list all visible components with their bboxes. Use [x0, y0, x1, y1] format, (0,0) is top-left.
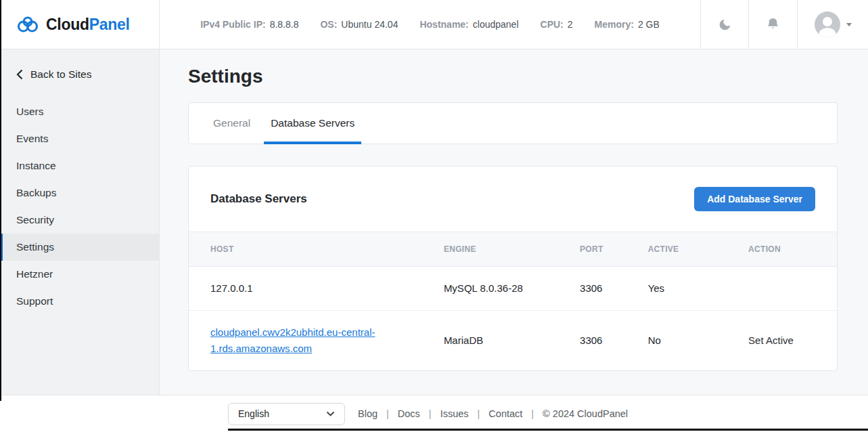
sidebar-item-security[interactable]: Security: [0, 207, 159, 234]
sidebar-item-label: Security: [16, 214, 54, 226]
brand-logo[interactable]: CloudPanel: [0, 0, 160, 49]
sidebar-item-label: Backups: [16, 187, 56, 199]
separator: |: [478, 408, 480, 419]
info-os-label: OS:: [320, 19, 337, 30]
brand-name: CloudPanel: [46, 16, 130, 34]
notifications-button[interactable]: [748, 0, 797, 49]
chevron-down-icon: [846, 23, 852, 26]
database-servers-table: Host Engine Port Active Action 127.0.0.1…: [189, 232, 837, 370]
sidebar-item-label: Settings: [16, 241, 54, 253]
port-cell: 3306: [558, 311, 626, 371]
add-database-server-button[interactable]: Add Database Server: [694, 187, 815, 211]
language-select[interactable]: English: [228, 403, 345, 425]
window-bottom-bar: [228, 429, 868, 431]
back-to-sites-label: Back to Sites: [30, 68, 91, 81]
info-os: OS: Ubuntu 24.04: [320, 19, 398, 30]
footer-link-blog[interactable]: Blog: [358, 408, 378, 419]
sidebar-item-users[interactable]: Users: [0, 98, 159, 125]
page-title: Settings: [188, 66, 838, 87]
host-link[interactable]: cloudpanel.cwv2k2ubhitd.eu-central-1.rds…: [210, 326, 375, 354]
footer-link-issues[interactable]: Issues: [440, 408, 469, 419]
footer-copyright-link[interactable]: © 2024 CloudPanel: [543, 408, 628, 419]
engine-cell: MariaDB: [422, 311, 558, 371]
chevron-left-icon: [16, 69, 23, 80]
database-servers-card: Database Servers Add Database Server Hos…: [188, 166, 838, 371]
cloudpanel-cloud-icon: [16, 16, 39, 33]
tab-database-servers[interactable]: Database Servers: [264, 103, 361, 144]
host-cell: 127.0.0.1: [189, 267, 422, 311]
table-row: cloudpanel.cwv2k2ubhitd.eu-central-1.rds…: [189, 311, 837, 371]
info-hostname-label: Hostname:: [419, 19, 468, 30]
info-ipv4: IPv4 Public IP: 8.8.8.8: [200, 19, 298, 30]
port-cell: 3306: [558, 267, 626, 311]
info-os-value: Ubuntu 24.04: [341, 19, 398, 30]
sidebar-item-label: Users: [16, 106, 43, 118]
sidebar: Back to Sites Users Events Instance Back…: [0, 49, 160, 395]
sidebar-item-label: Events: [16, 133, 48, 145]
action-cell: [727, 267, 837, 311]
table-header-row: Host Engine Port Active Action: [189, 232, 837, 267]
footer-link-contact[interactable]: Contact: [488, 408, 522, 419]
sidebar-item-label: Support: [16, 295, 53, 307]
dark-mode-toggle-button[interactable]: [700, 0, 748, 49]
moon-icon: [718, 18, 732, 32]
profile-menu-button[interactable]: [797, 0, 868, 49]
main-area: Settings General Database Servers Databa…: [160, 49, 868, 395]
active-cell: No: [626, 311, 727, 371]
sidebar-item-label: Instance: [16, 160, 56, 172]
column-header-host: Host: [189, 232, 422, 267]
action-cell: Set Active: [727, 311, 837, 371]
page-body: Back to Sites Users Events Instance Back…: [0, 49, 868, 395]
sidebar-item-support[interactable]: Support: [0, 288, 159, 315]
chevron-down-icon: [326, 411, 335, 416]
column-header-action: Action: [727, 232, 837, 267]
settings-tabs: General Database Servers: [188, 102, 838, 144]
server-info: IPv4 Public IP: 8.8.8.8 OS: Ubuntu 24.04…: [160, 0, 700, 49]
active-cell: Yes: [626, 267, 727, 311]
sidebar-item-label: Hetzner: [16, 268, 53, 280]
host-cell: cloudpanel.cwv2k2ubhitd.eu-central-1.rds…: [189, 311, 422, 371]
sidebar-item-backups[interactable]: Backups: [0, 179, 159, 207]
separator: |: [386, 408, 389, 419]
language-select-value: English: [238, 408, 269, 419]
sidebar-item-events[interactable]: Events: [0, 125, 159, 152]
tab-label: Database Servers: [271, 117, 355, 129]
sidebar-item-hetzner[interactable]: Hetzner: [0, 261, 159, 288]
footer: English Blog | Docs | Issues | Contact |…: [0, 395, 868, 432]
info-memory: Memory: 2 GB: [595, 19, 660, 30]
sidebar-item-settings[interactable]: Settings: [0, 234, 159, 261]
footer-link-docs[interactable]: Docs: [398, 408, 420, 419]
info-ipv4-value: 8.8.8.8: [270, 19, 299, 30]
info-memory-label: Memory:: [595, 19, 634, 30]
tab-label: General: [213, 117, 250, 129]
card-title: Database Servers: [210, 192, 307, 206]
set-active-link[interactable]: Set Active: [748, 334, 794, 346]
column-header-active: Active: [626, 232, 727, 267]
info-memory-value: 2 GB: [638, 19, 660, 30]
column-header-engine: Engine: [422, 232, 558, 267]
bell-icon: [766, 17, 780, 33]
info-cpu-label: CPU:: [541, 19, 564, 30]
info-hostname: Hostname: cloudpanel: [419, 19, 518, 30]
info-cpu: CPU: 2: [541, 19, 573, 30]
engine-cell: MySQL 8.0.36-28: [422, 267, 558, 311]
info-ipv4-label: IPv4 Public IP:: [200, 19, 265, 30]
footer-links: Blog | Docs | Issues | Contact | © 2024 …: [358, 408, 628, 419]
tab-general[interactable]: General: [206, 103, 257, 144]
column-header-port: Port: [558, 232, 626, 267]
table-row: 127.0.0.1 MySQL 8.0.36-28 3306 Yes: [189, 267, 837, 311]
back-to-sites-link[interactable]: Back to Sites: [0, 59, 159, 90]
info-hostname-value: cloudpanel: [473, 19, 519, 30]
window-left-edge: [0, 0, 1, 401]
separator: |: [531, 408, 534, 419]
separator: |: [429, 408, 432, 419]
avatar: [815, 12, 840, 37]
topbar: CloudPanel IPv4 Public IP: 8.8.8.8 OS: U…: [0, 0, 868, 49]
sidebar-item-instance[interactable]: Instance: [0, 152, 159, 179]
info-cpu-value: 2: [568, 19, 573, 30]
